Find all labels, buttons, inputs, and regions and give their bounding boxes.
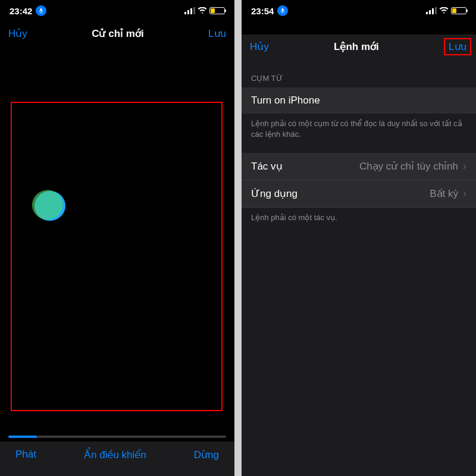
modal-sheet: Hủy Lệnh mới Lưu CỤM TỪ Turn on iPhone L…: [242, 35, 476, 476]
wifi-icon: [439, 6, 449, 16]
save-button[interactable]: Lưu: [444, 38, 471, 55]
page-title: Lệnh mới: [334, 40, 379, 53]
battery-icon: [209, 7, 225, 14]
row-app-value: Bất kỳ: [430, 187, 458, 200]
nav-bar: Hủy Cử chỉ mới Lưu: [0, 21, 234, 45]
section-header-phrase: CỤM TỪ: [242, 58, 476, 87]
section-footer-task: Lệnh phải có một tác vụ.: [242, 208, 476, 236]
phone-right-command: 23:54 Hủy Lệnh mới Lưu CỤM TỪ Turn on iP…: [242, 0, 476, 476]
wifi-icon: [198, 6, 207, 16]
signal-icon: [426, 6, 437, 16]
battery-icon: [451, 7, 466, 14]
mic-icon: [277, 5, 288, 16]
progress-fill: [8, 436, 37, 438]
gesture-canvas[interactable]: [0, 102, 234, 427]
svg-rect-0: [40, 8, 42, 11]
status-bar: 23:54: [242, 0, 476, 21]
svg-rect-4: [193, 7, 195, 14]
svg-rect-7: [429, 10, 431, 14]
row-app[interactable]: Ứng dụng Bất kỳ ›: [242, 180, 476, 208]
hide-controls-button[interactable]: Ẩn điều khiển: [84, 449, 146, 461]
svg-rect-6: [426, 12, 428, 14]
svg-rect-1: [184, 12, 186, 14]
signal-icon: [184, 6, 195, 16]
chevron-right-icon: ›: [463, 187, 466, 200]
play-button[interactable]: Phát: [15, 449, 36, 461]
status-time: 23:42: [10, 6, 32, 16]
bottom-toolbar: Phát Ẩn điều khiển Dừng: [0, 441, 234, 476]
svg-rect-2: [187, 10, 189, 14]
svg-rect-9: [435, 7, 437, 14]
row-task-label: Tác vụ: [251, 160, 283, 173]
nav-bar: Hủy Lệnh mới Lưu: [242, 35, 476, 58]
svg-rect-3: [190, 8, 192, 14]
cancel-button[interactable]: Hủy: [250, 40, 269, 53]
phrase-input[interactable]: Turn on iPhone: [242, 87, 476, 114]
page-title: Cử chỉ mới: [92, 27, 143, 40]
svg-rect-5: [282, 8, 284, 11]
chevron-right-icon: ›: [463, 160, 466, 173]
save-button[interactable]: Lưu: [208, 27, 226, 40]
stop-button[interactable]: Dừng: [194, 449, 219, 461]
progress-slider[interactable]: [8, 436, 226, 438]
row-task-value: Chạy cử chỉ tùy chỉnh: [359, 160, 458, 173]
phone-left-gesture: 23:42 Hủy Cử chỉ mới Lưu Phát Ẩn điều kh…: [0, 0, 234, 476]
highlight-box: [11, 102, 223, 411]
svg-rect-8: [432, 8, 434, 14]
status-time: 23:54: [251, 6, 274, 16]
row-task[interactable]: Tác vụ Chạy cử chỉ tùy chỉnh ›: [242, 153, 476, 180]
row-app-label: Ứng dụng: [251, 187, 298, 200]
mic-icon: [36, 5, 46, 16]
status-bar: 23:42: [0, 0, 234, 21]
cancel-button[interactable]: Hủy: [8, 27, 27, 40]
section-footer-phrase: Lệnh phải có một cụm từ có thể đọc là du…: [242, 114, 476, 153]
